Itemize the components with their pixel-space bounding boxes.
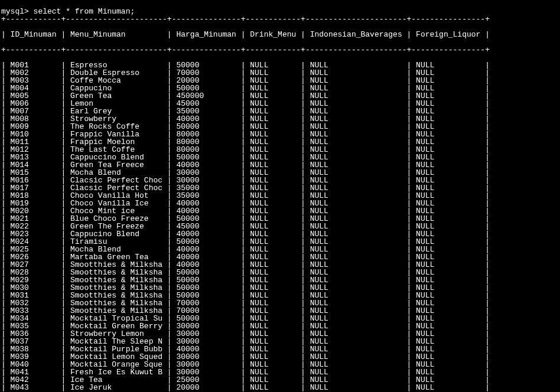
table-body: | M001 | Espresso | 50000 | NULL | NULL … xyxy=(1,61,559,392)
table-header-row: | ID_Minuman | Menu_Minuman | Harga_Minu… xyxy=(1,31,559,38)
terminal-output: mysql> select * from Minuman; +---------… xyxy=(0,0,560,392)
table-border-top: +------------+----------------------+---… xyxy=(1,15,559,23)
table-border-mid: +------------+----------------------+---… xyxy=(1,46,559,54)
